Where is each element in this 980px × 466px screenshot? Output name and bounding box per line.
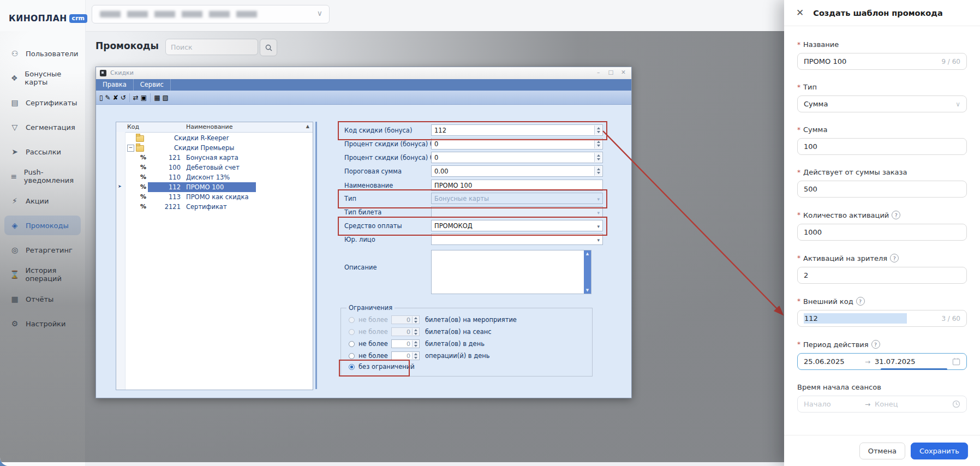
minimize-icon[interactable]: – [595, 69, 602, 75]
radio-button[interactable] [349, 341, 355, 347]
required-asterisk: * [797, 41, 800, 49]
radio-button[interactable] [349, 329, 355, 335]
maximize-icon[interactable]: □ [607, 69, 614, 75]
tree-row[interactable]: ➤ − % Скидки R-Keeper [116, 133, 313, 143]
spinner-buttons[interactable] [594, 153, 602, 162]
sidebar-item[interactable]: ⌛ История операций [4, 265, 81, 284]
help-icon[interactable]: ? [890, 254, 899, 262]
entity-select[interactable]: ▾ [431, 234, 603, 245]
undo-icon[interactable]: ↺ [121, 94, 126, 101]
cinema-selector-dropdown[interactable]: ∨ [92, 5, 330, 23]
sidebar-item[interactable]: ▽ Сегментация [4, 117, 81, 137]
required-asterisk: * [797, 254, 800, 262]
spinner-buttons[interactable] [412, 328, 419, 335]
tree-row[interactable]: ➤ − % 100 Дебетовый счет [116, 163, 313, 172]
description-textarea[interactable]: ▲▼ [431, 250, 591, 294]
field-min-order: *Действует от суммы заказа 500 [797, 168, 967, 198]
spinner-buttons[interactable] [594, 139, 602, 148]
code-spinner-input[interactable]: 112 [431, 124, 603, 136]
session-time-range-input[interactable]: Начало → Конец [797, 396, 967, 413]
close-icon[interactable]: ✕ [796, 8, 804, 17]
min-order-input[interactable]: 500 [797, 181, 967, 198]
sidebar-item[interactable]: ≡ Push-уведомления [4, 166, 81, 186]
type-select[interactable]: Бонусные карты▾ [431, 193, 603, 204]
active-segment-underline [881, 368, 947, 370]
close-icon[interactable]: ✕ [620, 69, 627, 75]
delete-icon[interactable]: ✘ [113, 94, 118, 101]
sidebar-item[interactable]: ◈ Промокоды [4, 216, 81, 235]
tree-header[interactable]: Код Наименование ▲ [116, 122, 313, 133]
sidebar-item[interactable]: ⚡ Акции [4, 191, 81, 211]
type-select[interactable]: Сумма∨ [797, 95, 967, 112]
radio-button[interactable] [349, 317, 355, 323]
sidebar-item[interactable]: ▤ Сертификаты [4, 93, 81, 112]
tree-row[interactable]: ➤ − % 2121 Сертификат [116, 202, 313, 212]
payment-select[interactable]: ПРОМОКОД▾ [431, 220, 603, 231]
restriction-count-input[interactable]: 0 [391, 351, 420, 360]
calendar-icon[interactable] [952, 357, 960, 366]
spinner-buttons[interactable] [412, 316, 419, 323]
restriction-count-input[interactable]: 0 [391, 339, 420, 348]
session-start-placeholder[interactable]: Начало [804, 400, 861, 408]
restriction-count-input[interactable]: 0 [391, 327, 420, 336]
radio-button[interactable] [349, 353, 355, 359]
new-icon[interactable]: ▯ [99, 94, 103, 101]
spinner-buttons[interactable] [594, 126, 602, 135]
splitter[interactable] [315, 122, 317, 389]
spinner-buttons[interactable] [412, 353, 419, 359]
radio-button-selected[interactable] [349, 364, 355, 370]
column-header-name[interactable]: Наименование [186, 123, 232, 130]
refresh-icon[interactable]: ⇄ [133, 94, 139, 101]
tree-row[interactable]: ➤ − % Скидки Премьеры [116, 143, 313, 153]
period-start[interactable]: 25.06.2025 [804, 357, 861, 366]
session-end-placeholder[interactable]: Конец [875, 400, 931, 408]
sidebar-item[interactable]: ⚇ Пользователи [4, 44, 81, 63]
search-button[interactable] [260, 39, 277, 56]
external-code-input[interactable]: 1123 / 60 [797, 310, 967, 327]
ticket-type-select[interactable]: ▾ [431, 206, 603, 218]
search-input[interactable] [165, 39, 258, 55]
trash-icon[interactable]: ▣ [141, 94, 147, 101]
sidebar-item[interactable]: ➤ Рассылки [4, 142, 81, 162]
menu-item[interactable]: Сервис [134, 79, 171, 91]
tree-row[interactable]: ➤ − % 113 ПРОМО как скидка [116, 192, 313, 202]
restriction-count-input[interactable]: 0 [391, 315, 420, 324]
sidebar-item[interactable]: ◎ Ретаргетинг [4, 240, 81, 260]
help-icon[interactable]: ? [892, 211, 900, 219]
sidebar-item[interactable]: ⚙ Настройки [4, 314, 81, 333]
threshold-spinner-input[interactable]: 0.00 [431, 165, 603, 177]
menu-item[interactable]: Правка [96, 79, 134, 91]
help-icon[interactable]: ? [856, 297, 865, 306]
spinner-buttons[interactable] [594, 166, 602, 176]
sort-asc-icon[interactable]: ▲ [306, 124, 309, 129]
column-header-code[interactable]: Код [127, 123, 139, 130]
spinner-buttons[interactable] [412, 340, 419, 347]
edit-icon[interactable]: ✎ [105, 94, 111, 101]
save-button[interactable]: Сохранить [911, 443, 968, 459]
current-row-marker: ➤ [118, 184, 122, 189]
amount-input[interactable]: 100 [797, 138, 967, 155]
legacy-title-bar[interactable]: Скидки – □ ✕ [96, 67, 631, 80]
grid-icon[interactable]: ▦ [154, 94, 160, 101]
logo[interactable]: КИНОПЛАН crm [0, 0, 85, 29]
field-type: *Тип Сумма∨ [797, 83, 967, 112]
expander-icon[interactable]: − [127, 145, 134, 152]
tree-row[interactable]: ➤ − % 110 Дисконт 13% [116, 172, 313, 182]
tree-row[interactable]: ➤ − % 112 ПРОМО 100 [116, 182, 313, 192]
cancel-button[interactable]: Отмена [859, 443, 905, 459]
period-range-input[interactable]: 25.06.2025 → 31.07.2025 [797, 353, 967, 370]
name-input[interactable]: ПРОМО 1009 / 60 [797, 53, 967, 70]
pct-tickets-spinner-input[interactable]: 0 [431, 138, 603, 150]
help-icon[interactable]: ? [871, 340, 880, 349]
sidebar-item[interactable]: ▦ Отчёты [4, 289, 81, 309]
caret-down-icon: ▾ [597, 224, 600, 229]
tree-row[interactable]: ➤ − % 121 Бонусная карта [116, 153, 313, 163]
period-end[interactable]: 31.07.2025 [875, 357, 931, 366]
sidebar-item[interactable]: ❖ Бонусные карты [4, 68, 81, 88]
scrollbar[interactable]: ▲▼ [584, 250, 591, 294]
pct-bar-spinner-input[interactable]: 0 [431, 152, 603, 163]
activations-input[interactable]: 1000 [797, 224, 967, 241]
name-text-input[interactable]: ПРОМО 100 [431, 180, 603, 191]
grid-plus-icon[interactable]: ▧ [163, 94, 169, 101]
per-viewer-input[interactable]: 2 [797, 267, 967, 284]
